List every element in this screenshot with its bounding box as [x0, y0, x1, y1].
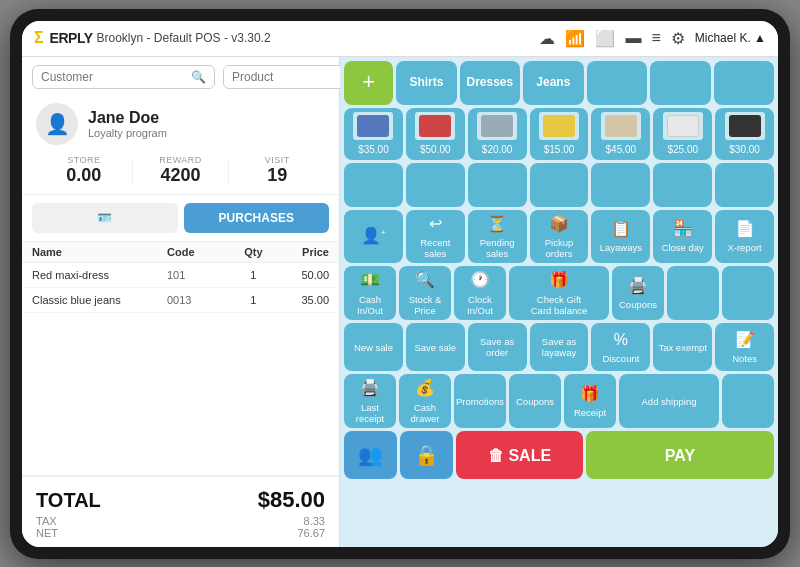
- total-value: $85.00: [258, 487, 325, 513]
- customer-search-input[interactable]: [41, 70, 191, 84]
- id-icon: 🪪: [97, 211, 112, 225]
- actions-row-3: New sale Save sale Save asorder Save asl…: [344, 323, 774, 371]
- tax-label: TAX: [36, 515, 57, 527]
- receipt-print-icon: 🖨️: [360, 378, 380, 397]
- product-6[interactable]: $25.00: [653, 108, 712, 160]
- cash-inout-button[interactable]: 💵 CashIn/Out: [344, 266, 396, 320]
- layout-icon[interactable]: ▬: [625, 29, 641, 47]
- empty-btn-4[interactable]: [530, 163, 589, 207]
- clock-icon: 🕐: [470, 270, 490, 289]
- settings-icon[interactable]: ⚙: [671, 29, 685, 48]
- user-label[interactable]: Michael K. ▲: [695, 31, 766, 45]
- stock-price-button[interactable]: 🔍 Stock & Price: [399, 266, 451, 320]
- menu-icon[interactable]: ≡: [651, 29, 660, 47]
- tax-exempt-button[interactable]: Tax exempt: [653, 323, 712, 371]
- product-5[interactable]: $45.00: [591, 108, 650, 160]
- close-day-button[interactable]: 🏪 Close day: [653, 210, 712, 264]
- promotions-button[interactable]: Promotions: [454, 374, 506, 428]
- tab-id[interactable]: 🪪: [32, 203, 178, 233]
- empty-btn-5[interactable]: [591, 163, 650, 207]
- coupon-print-label: Coupons: [619, 299, 657, 310]
- add-product-button[interactable]: +: [344, 61, 393, 105]
- category-empty2[interactable]: [650, 61, 710, 105]
- save-layaway-button[interactable]: Save aslayaway: [530, 323, 589, 371]
- last-receipt-label: Last receipt: [346, 402, 394, 425]
- add-shipping-label: Add shipping: [642, 396, 697, 407]
- notes-button[interactable]: 📝 Notes: [715, 323, 774, 371]
- empty-btn-3[interactable]: [468, 163, 527, 207]
- actions-row-4: 🖨️ Last receipt 💰 Cash drawer Promotions…: [344, 374, 774, 428]
- discount-button[interactable]: % Discount: [591, 323, 650, 371]
- row1-price: 50.00: [275, 269, 329, 281]
- customer-search-box[interactable]: 🔍: [32, 65, 215, 89]
- empty-row-1: [344, 163, 774, 207]
- add-shipping-button[interactable]: Add shipping: [619, 374, 719, 428]
- empty-btn-r3[interactable]: [722, 266, 774, 320]
- category-empty3[interactable]: [714, 61, 774, 105]
- check-giftcard-button[interactable]: 🎁 Check GiftCard balance: [509, 266, 609, 320]
- category-jeans[interactable]: Jeans: [523, 61, 583, 105]
- net-label: NET: [36, 527, 58, 539]
- col-code: Code: [167, 246, 232, 258]
- lock-button[interactable]: 🔒: [400, 431, 453, 479]
- clock-inout-button[interactable]: 🕐 Clock In/Out: [454, 266, 506, 320]
- xreport-icon: 📄: [735, 219, 755, 238]
- cash-drawer-label: Cash drawer: [401, 402, 449, 425]
- col-price: Price: [275, 246, 329, 258]
- cloud-icon[interactable]: ☁: [539, 29, 555, 48]
- receipt-button[interactable]: 🎁 Receipt: [564, 374, 616, 428]
- pay-button[interactable]: PAY: [586, 431, 774, 479]
- tab-row: 🪪 PURCHASES: [22, 195, 339, 241]
- categories-row: + Shirts Dresses Jeans: [344, 61, 774, 105]
- sale-button[interactable]: 🗑 SALE: [456, 431, 583, 479]
- product-price-1: $35.00: [358, 144, 389, 156]
- add-customer-icon: 👤+: [361, 226, 386, 245]
- receipt-label: Receipt: [574, 407, 606, 418]
- screen-icon[interactable]: ⬜: [595, 29, 615, 48]
- category-empty1[interactable]: [587, 61, 647, 105]
- category-shirts[interactable]: Shirts: [396, 61, 456, 105]
- cash-drawer-button[interactable]: 💰 Cash drawer: [399, 374, 451, 428]
- product-1[interactable]: $35.00: [344, 108, 403, 160]
- layaways-button[interactable]: 📋 Layaways: [591, 210, 650, 264]
- empty-btn-7[interactable]: [715, 163, 774, 207]
- product-3[interactable]: $20.00: [468, 108, 527, 160]
- product-img-1: [353, 112, 393, 140]
- save-sale-label: Save sale: [414, 342, 456, 353]
- pickup-orders-button[interactable]: 📦 Pickuporders: [530, 210, 589, 264]
- notes-label: Notes: [732, 353, 757, 364]
- cash-drawer-icon: 💰: [415, 378, 435, 397]
- save-order-button[interactable]: Save asorder: [468, 323, 527, 371]
- product-2[interactable]: $50.00: [406, 108, 465, 160]
- visit-value: 19: [229, 165, 325, 186]
- layaways-label: Layaways: [600, 242, 642, 253]
- product-price-3: $20.00: [482, 144, 513, 156]
- category-dresses[interactable]: Dresses: [460, 61, 520, 105]
- customers-icon: 👥: [358, 443, 383, 467]
- product-4[interactable]: $15.00: [530, 108, 589, 160]
- coupons-print-button[interactable]: 🖨️ Coupons: [612, 266, 664, 320]
- empty-r4[interactable]: [722, 374, 774, 428]
- product-7[interactable]: $30.00: [715, 108, 774, 160]
- tab-purchases[interactable]: PURCHASES: [184, 203, 330, 233]
- product-img-4: [539, 112, 579, 140]
- customer-info: Jane Doe Loyalty program: [88, 109, 167, 139]
- add-customer-button[interactable]: 👤+: [344, 210, 403, 264]
- avatar: 👤: [36, 103, 78, 145]
- empty-btn-2[interactable]: [406, 163, 465, 207]
- xreport-button[interactable]: 📄 X-report: [715, 210, 774, 264]
- empty-btn-1[interactable]: [344, 163, 403, 207]
- last-receipt-button[interactable]: 🖨️ Last receipt: [344, 374, 396, 428]
- save-order-label: Save asorder: [480, 336, 514, 359]
- sale-label: 🗑 SALE: [488, 446, 551, 465]
- empty-btn-r2[interactable]: [667, 266, 719, 320]
- new-sale-button[interactable]: New sale: [344, 323, 403, 371]
- customers-button[interactable]: 👥: [344, 431, 397, 479]
- actions-row-2: 💵 CashIn/Out 🔍 Stock & Price 🕐 Clock In/…: [344, 266, 774, 320]
- save-sale-button[interactable]: Save sale: [406, 323, 465, 371]
- pending-sales-button[interactable]: ⏳ Pendingsales: [468, 210, 527, 264]
- coupons-button[interactable]: Coupons: [509, 374, 561, 428]
- row2-name: Classic blue jeans: [32, 294, 167, 306]
- recent-sales-button[interactable]: ↩ Recentsales: [406, 210, 465, 264]
- empty-btn-6[interactable]: [653, 163, 712, 207]
